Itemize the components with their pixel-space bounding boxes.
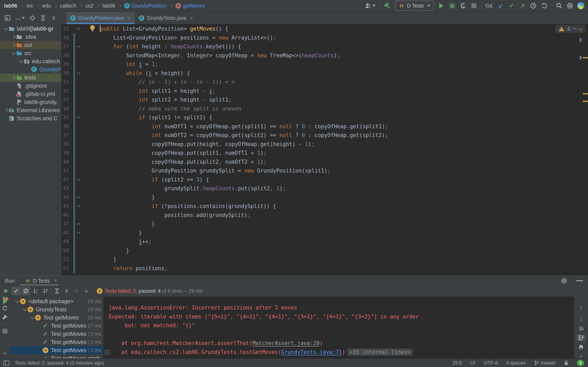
git-push-button[interactable]: ↗ xyxy=(519,2,526,10)
stack-trace-link[interactable]: GrundyTests.java:71 xyxy=(281,349,342,355)
tree-item-External Libraries[interactable]: External Libraries xyxy=(0,106,61,114)
tree-item-GrundyP[interactable]: CGrundyP xyxy=(0,66,61,74)
prev-warning-icon[interactable] xyxy=(573,27,576,31)
editor-tab-GrundyPosition.java[interactable]: CGrundyPosition.java× xyxy=(66,12,135,24)
line-number[interactable]: 48 xyxy=(62,229,69,238)
unlock-icon[interactable] xyxy=(564,360,569,366)
line-number[interactable]: 36 xyxy=(62,122,69,131)
test-tree-item[interactable]: ×<default package>29 ms xyxy=(10,297,103,305)
status-message[interactable]: Tests failed: 2, passed: 4 (3 minutes ag… xyxy=(15,360,104,366)
line-number[interactable]: 32 xyxy=(62,87,69,96)
line-number[interactable]: 25 xyxy=(62,25,69,33)
tree-item-tests[interactable]: tests xyxy=(0,74,61,82)
code-line-45[interactable]: 45 if (!positions.contains(grundySplit))… xyxy=(62,202,588,211)
chevron-down-icon[interactable] xyxy=(30,315,35,319)
stop-process-button[interactable] xyxy=(2,329,7,334)
close-icon[interactable]: × xyxy=(128,15,131,21)
tree-item-lab06[interactable]: lab06 [lab06-gr xyxy=(0,25,61,33)
chevron-right-icon[interactable] xyxy=(11,43,16,47)
test-tree-item[interactable]: ✓Test getMoves17 ms xyxy=(10,322,103,330)
rerun-button[interactable] xyxy=(2,287,11,295)
hide-panel-button[interactable] xyxy=(576,280,583,281)
breadcrumb-item[interactable]: cs2 xyxy=(85,3,93,9)
soft-wrap-button[interactable] xyxy=(578,326,584,331)
line-number[interactable]: 50 xyxy=(62,246,69,255)
chevron-right-icon[interactable] xyxy=(11,35,16,39)
run-button[interactable] xyxy=(438,2,445,10)
more-actions-button[interactable]: » xyxy=(82,287,91,295)
test-tree-item[interactable]: ✓Test getMoves :1 ms xyxy=(10,330,103,338)
code-line-41[interactable]: 41 GrundyPosition grundySplit = new Grun… xyxy=(62,166,588,175)
line-number[interactable]: 35 xyxy=(62,113,69,122)
fold-marker-icon[interactable] xyxy=(77,27,80,29)
code-line-31[interactable]: 31 // (n - 1) + (n - (n - 1)) = n xyxy=(62,78,588,87)
breadcrumb-item[interactable]: src xyxy=(26,3,33,9)
line-number[interactable]: 49 xyxy=(62,237,69,246)
stack-trace-link[interactable]: MatcherAssert.java:20 xyxy=(252,340,320,346)
code-line-50[interactable]: 50 } xyxy=(62,246,588,255)
code-line-52[interactable]: 52 return positions; xyxy=(62,264,588,273)
line-number[interactable]: 33 xyxy=(62,95,69,104)
inspection-widget[interactable]: 3 xyxy=(555,25,585,33)
code-line-42[interactable]: 42 if (split2 >= 3) { xyxy=(62,175,588,184)
run-configuration-select[interactable]: D Tests xyxy=(395,1,434,11)
notifications-badge[interactable]: 1 xyxy=(577,360,584,366)
test-console-output[interactable]: java.lang.AssertionError: Incorrect posi… xyxy=(103,296,574,359)
fold-expand-icon[interactable]: + xyxy=(105,350,110,355)
up-stack-trace-button[interactable]: ↑ xyxy=(579,303,583,311)
code-line-25[interactable]: 25public List<GrundyPosition> getMoves()… xyxy=(62,25,588,33)
code-line-37[interactable]: 37 int numOfT2 = copyOfHeap.get(split2) … xyxy=(62,131,588,140)
scroll-to-end-button[interactable] xyxy=(577,334,585,341)
line-number[interactable]: 47 xyxy=(62,220,69,229)
line-number[interactable]: 34 xyxy=(62,104,69,113)
code-line-29[interactable]: 29 int i = 1; xyxy=(62,60,588,69)
fold-marker-icon[interactable] xyxy=(77,196,80,200)
collapse-all-button[interactable] xyxy=(51,15,57,21)
stop-button[interactable] xyxy=(470,2,477,10)
coverage-button[interactable] xyxy=(459,2,467,10)
code-line-40[interactable]: 40 copyOfHeap.put(split2, numOfT2 + 1); xyxy=(62,158,588,167)
code-line-38[interactable]: 38 copyOfHeap.put(height, copyOfHeap.get… xyxy=(62,140,588,149)
tool-windows-icon[interactable] xyxy=(3,360,9,366)
caret-position[interactable]: 25:5 xyxy=(452,360,462,366)
line-number[interactable]: 51 xyxy=(62,255,69,264)
code-line-32[interactable]: 32 int split1 = height - i; xyxy=(62,87,588,96)
line-number[interactable]: 38 xyxy=(62,140,69,149)
code-line-49[interactable]: 49 i++; xyxy=(62,237,588,246)
close-icon[interactable]: × xyxy=(54,278,57,284)
tree-item-.gitignore[interactable]: .gitignore xyxy=(0,82,61,90)
fold-marker-icon[interactable] xyxy=(77,72,80,74)
show-ignored-toggle[interactable] xyxy=(22,287,30,295)
line-number[interactable]: 52 xyxy=(62,264,69,273)
test-tree-item[interactable]: ×GrundyTests29 ms xyxy=(10,305,103,314)
history-button[interactable] xyxy=(530,2,537,10)
code-line-30[interactable]: 30 while (i < height) { xyxy=(62,69,588,78)
chevron-down-icon[interactable] xyxy=(23,307,27,311)
line-number[interactable]: 28 xyxy=(62,51,69,60)
sort-by-duration-button[interactable] xyxy=(41,287,50,295)
code-line-26[interactable]: 26 List<GrundyPosition> positions = new … xyxy=(62,33,588,42)
project-options-button[interactable]: … xyxy=(15,17,25,19)
breadcrumb-item[interactable]: edu xyxy=(42,3,51,9)
search-everywhere-button[interactable] xyxy=(556,2,563,10)
fold-marker-icon[interactable] xyxy=(77,45,80,47)
chevron-down-icon[interactable] xyxy=(19,59,23,63)
debug-button[interactable] xyxy=(449,2,456,10)
line-number[interactable]: 37 xyxy=(62,131,69,140)
line-number[interactable]: 39 xyxy=(62,149,69,158)
indent-setting[interactable]: 4 spaces xyxy=(506,360,526,366)
next-warning-icon[interactable] xyxy=(579,27,582,30)
select-opened-file-button[interactable] xyxy=(29,15,35,21)
line-number[interactable]: 43 xyxy=(62,184,69,193)
tree-item-Scratches and C[interactable]: Scratches and C xyxy=(0,114,61,123)
chevron-right-icon[interactable] xyxy=(11,76,16,80)
tree-item-.idea[interactable]: .idea xyxy=(0,33,61,41)
settings-gear-button[interactable] xyxy=(567,2,573,10)
git-commit-button[interactable]: ✓ xyxy=(508,2,515,10)
code-line-36[interactable]: 36 int numOfT1 = copyOfHeap.get(split1) … xyxy=(62,122,588,131)
chevron-down-icon[interactable] xyxy=(11,51,16,55)
intention-lightbulb-icon[interactable] xyxy=(89,25,96,32)
fold-marker-icon[interactable] xyxy=(77,231,80,235)
run-settings-gear-button[interactable] xyxy=(561,278,567,284)
close-icon[interactable]: × xyxy=(190,15,193,21)
